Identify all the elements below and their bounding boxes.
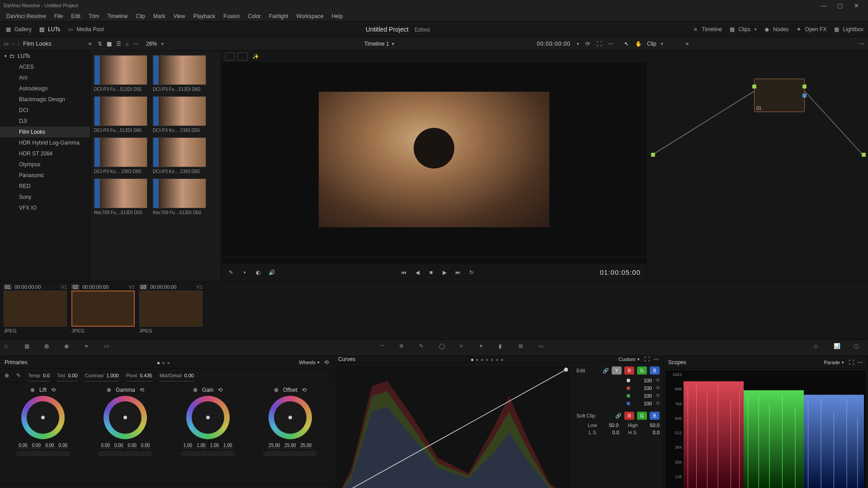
wheel-picker-icon[interactable]: ⊕ [107,387,111,393]
list-view-icon[interactable]: ☰ [116,41,121,47]
reset-icon[interactable]: ⟲ [324,359,329,366]
tool-tracker-icon[interactable]: ✧ [459,343,469,353]
wheel-jog[interactable] [98,451,152,456]
timeline-button[interactable]: ≡Timeline [692,26,722,33]
hand-icon[interactable]: ✋ [635,41,642,47]
viewer-timecode[interactable]: 00:00:00:00 [537,41,571,47]
sidebar-item-sony[interactable]: Sony [0,192,90,202]
channel-y[interactable]: Y [612,366,622,375]
node-graph[interactable]: 01 [646,51,868,281]
window-minimize[interactable]: — [816,2,832,9]
color-wheel[interactable] [186,396,230,439]
sidebar-item-hdr-hybrid-log-gamma[interactable]: HDR Hybrid Log-Gamma [0,137,90,148]
sidebar-item-dci[interactable]: DCI [0,105,90,116]
node-input-icon[interactable] [651,153,655,157]
picker-icon[interactable]: ✎ [227,268,235,277]
picker-icon[interactable]: ✎ [16,372,21,379]
sidebar-item-arri[interactable]: Arri [0,72,90,83]
sidebar-item-blackmagic-design[interactable]: Blackmagic Design [0,94,90,105]
more-icon[interactable]: ⋯ [653,356,659,362]
menu-help[interactable]: Help [328,13,346,19]
scopes-display[interactable]: 10238967686405123842561280 [665,371,866,488]
first-frame-icon[interactable]: ⏮ [400,268,408,277]
intensity-r[interactable]: 100 [634,385,652,391]
link-icon[interactable]: 🔗 [603,368,609,374]
color-wheel[interactable] [21,396,65,439]
lut-thumb[interactable]: DCI-P3 Ko… 2383 D65 [153,137,206,174]
menu-timeline[interactable]: Timeline [104,13,131,19]
gallery-button[interactable]: ▦Gallery [5,26,32,33]
chevron-down-icon[interactable]: ▾ [661,42,663,46]
tool-warper-icon[interactable]: ✲ [399,343,409,353]
node-mode[interactable]: Clip [647,41,656,47]
color-wheel[interactable] [269,396,312,439]
menu-playback[interactable]: Playback [189,13,219,19]
node-output-icon[interactable] [862,153,866,157]
node-01[interactable]: 01 [754,79,805,112]
viewer-out-timecode[interactable]: 01:00:05:00 [600,268,641,276]
node-in-dot[interactable] [752,84,756,89]
menu-file[interactable]: File [51,13,66,19]
prev-frame-icon[interactable]: ◀ [413,268,421,277]
lut-thumb[interactable]: Rec709 Fu…513DI D60 [153,178,206,215]
wheel-jog[interactable] [181,451,235,456]
luts-button[interactable]: ▤LUTs [38,26,60,33]
link-icon[interactable]: 🔗 [615,413,622,419]
wheel-picker-icon[interactable]: ⊕ [193,387,198,393]
menu-mark[interactable]: Mark [150,13,169,19]
sidebar-item-vfx-io[interactable]: VFX IO [0,202,90,213]
menu-trim[interactable]: Trim [85,13,103,19]
reset-icon[interactable]: ⟲ [656,377,660,383]
pivot-field[interactable]: 0.435 [140,373,152,378]
menu-workspace[interactable]: Workspace [293,13,327,19]
play-icon[interactable]: ▶ [440,268,448,277]
sidebar-item-astrodesign[interactable]: Astrodesign [0,83,90,94]
lut-thumb[interactable]: DCI-P3 Ko… 2383 D55 [153,96,206,133]
reset-icon[interactable]: ⟲ [656,385,660,391]
expand-icon[interactable]: ⛶ [849,359,854,366]
softclip-high[interactable]: 50.0 [642,422,660,428]
sidebar-item-aces[interactable]: ACES [0,61,90,72]
menu-view[interactable]: View [170,13,189,19]
last-frame-icon[interactable]: ⏭ [454,268,462,277]
tool-keyframe-icon[interactable]: ◇ [814,343,824,353]
menu-edit[interactable]: Edit [67,13,84,19]
temp-field[interactable]: 0.0 [43,373,50,378]
mediapool-button[interactable]: ▭Media Pool [66,26,104,33]
menu-clip[interactable]: Clip [132,13,149,19]
tool-magic-icon[interactable]: ✦ [479,343,489,353]
tool-hdr-icon[interactable]: ◉ [64,343,74,353]
node-out-dot[interactable] [802,84,807,89]
tint-field[interactable]: 0.00 [68,373,77,378]
reset-icon[interactable]: ⟲ [218,387,222,393]
softclip-low[interactable]: 50.0 [600,422,618,428]
page-dots[interactable] [470,356,505,362]
reset-icon[interactable]: ⟲ [656,393,660,399]
lut-grid[interactable]: DCI-P3 Fu…513DI D55DCI-P3 Fu…513DI D60DC… [90,51,222,281]
clips-button[interactable]: ▦Clips▾ [728,26,757,33]
viewer-mode-a[interactable] [225,52,235,61]
expand-icon[interactable]: ⛶ [596,41,602,47]
viewer-screen[interactable] [222,62,646,257]
intensity-g[interactable]: 100 [634,393,652,399]
sidebar-root[interactable]: ▾ 🗀 LUTs [0,51,90,61]
clip-thumb[interactable]: 0100:00:00:00V1JPEG [4,284,67,337]
node-alpha-dot[interactable] [802,94,807,98]
stop-icon[interactable]: ■ [427,268,435,277]
auto-balance-icon[interactable]: ⊕ [5,372,9,379]
color-wheel[interactable] [104,396,147,439]
tool-window-icon[interactable]: ◯ [439,343,449,353]
tool-motion-icon[interactable]: ▭ [104,343,114,353]
tool-color-match-icon[interactable]: ▦ [24,343,34,353]
clip-thumb[interactable]: 0200:00:00:00V1JPEG [71,284,135,337]
tool-key-icon[interactable]: ⊞ [519,343,528,353]
nodes-button[interactable]: ◉Nodes [763,26,789,33]
scopes-mode[interactable]: Parade [824,360,840,365]
reset-icon[interactable]: ⟲ [51,387,56,393]
tool-rgb-mixer-icon[interactable]: ⚭ [84,343,94,353]
softclip-ls[interactable]: 0.0 [601,430,619,435]
expand-icon[interactable]: ⛶ [644,356,650,362]
sidebar-item-film-looks[interactable]: Film Looks [0,127,90,137]
lut-thumb[interactable]: Rec709 Fu…513DI D55 [94,178,147,215]
tool-qualifier-icon[interactable]: ✎ [419,343,429,353]
